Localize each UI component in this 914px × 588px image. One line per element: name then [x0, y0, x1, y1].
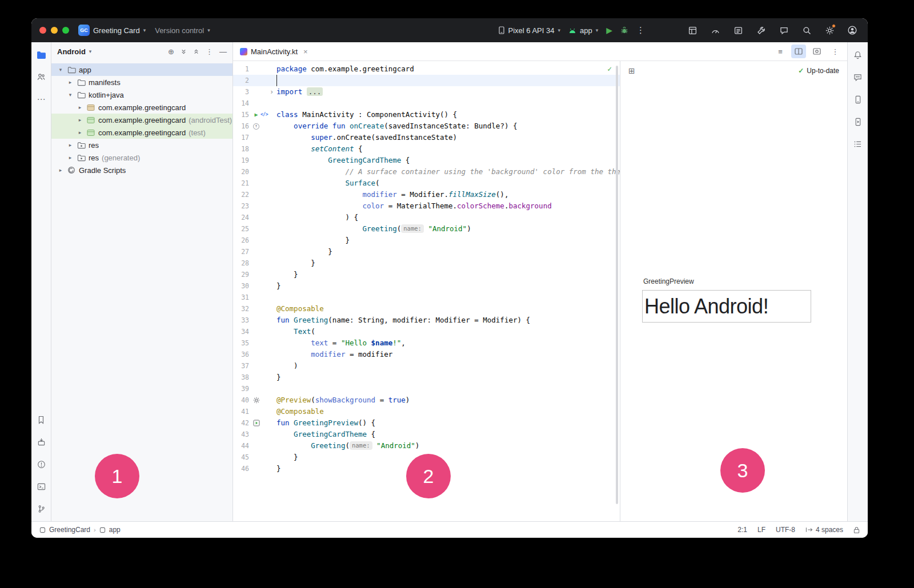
- minimize-window-button[interactable]: [51, 27, 58, 34]
- project-view-selector[interactable]: Android: [57, 47, 86, 56]
- project-widget[interactable]: GC Greeting Card ▾: [78, 25, 146, 36]
- hide-panel-icon[interactable]: —: [219, 47, 227, 56]
- chevron-down-icon[interactable]: ▾: [67, 92, 74, 98]
- code-line[interactable]: 25 Greeting(name: "Android"): [233, 223, 620, 235]
- line-number[interactable]: 44: [233, 440, 250, 452]
- code-mode-icon[interactable]: ≡: [773, 45, 788, 58]
- code-text[interactable]: ): [276, 360, 620, 372]
- code-line[interactable]: 14: [233, 98, 620, 109]
- split-mode-icon[interactable]: [791, 45, 806, 58]
- code-editor[interactable]: 1package com.example.greetingcard23›impo…: [233, 61, 620, 521]
- code-line[interactable]: 24 ) {: [233, 212, 620, 223]
- override-icon[interactable]: ↑: [252, 120, 260, 132]
- line-number[interactable]: 43: [233, 429, 250, 440]
- code-line[interactable]: 30}: [233, 280, 620, 292]
- line-number[interactable]: 2: [233, 75, 250, 86]
- line-number[interactable]: 26: [233, 235, 250, 246]
- code-text[interactable]: package com.example.greetingcard: [276, 63, 620, 75]
- breadcrumb-module[interactable]: app: [109, 526, 121, 534]
- runpreview-icon[interactable]: [252, 417, 260, 429]
- tree-item-package-test[interactable]: ▸com.example.greetingcard(test): [51, 126, 232, 139]
- code-text[interactable]: import ...: [276, 86, 620, 98]
- chevron-right-icon[interactable]: ▸: [77, 117, 83, 123]
- code-line[interactable]: 41@Composable: [233, 406, 620, 417]
- code-text[interactable]: @Composable: [276, 406, 620, 417]
- code-text[interactable]: GreetingCardTheme {: [276, 155, 620, 166]
- line-number[interactable]: 15: [233, 109, 250, 120]
- code-text[interactable]: }: [276, 452, 620, 463]
- tree-item-gradle-scripts[interactable]: ▸Gradle Scripts: [51, 164, 232, 176]
- line-number[interactable]: 16: [233, 120, 250, 132]
- code-line[interactable]: 28 }: [233, 257, 620, 269]
- tree-item-package-main[interactable]: ▸com.example.greetingcard: [51, 101, 232, 114]
- code-line[interactable]: 40@Preview(showBackground = true): [233, 394, 620, 406]
- code-text[interactable]: ) {: [276, 212, 620, 223]
- line-number[interactable]: 31: [233, 292, 250, 303]
- tree-item-res-generated[interactable]: ▸res(generated): [51, 151, 232, 164]
- code-line[interactable]: 20 // A surface container using the 'bac…: [233, 166, 620, 178]
- line-number[interactable]: 45: [233, 452, 250, 463]
- app-inspection-list-icon[interactable]: [851, 136, 865, 151]
- build-tools-icon[interactable]: [753, 23, 768, 38]
- code-text[interactable]: }: [276, 246, 620, 257]
- code-line[interactable]: 43 GreetingCardTheme {: [233, 429, 620, 440]
- code-line[interactable]: 15▶</>class MainActivity : ComponentActi…: [233, 109, 620, 120]
- line-number[interactable]: 32: [233, 303, 250, 315]
- chevron-right-icon[interactable]: ▸: [67, 142, 74, 148]
- code-line[interactable]: 22 modifier = Modifier.fillMaxSize(),: [233, 189, 620, 200]
- profiler-icon[interactable]: [708, 23, 723, 38]
- chevron-down-icon[interactable]: ▾: [57, 67, 64, 73]
- user-avatar[interactable]: [845, 23, 860, 38]
- tree-item-kotlin-java[interactable]: ▾kotlin+java: [51, 88, 232, 101]
- line-separator[interactable]: LF: [757, 526, 765, 534]
- device-manager-icon[interactable]: [851, 92, 865, 107]
- line-number[interactable]: 27: [233, 246, 250, 257]
- line-number[interactable]: 42: [233, 417, 250, 429]
- panel-options-kebab-icon[interactable]: ⋮: [206, 47, 213, 56]
- line-number[interactable]: 21: [233, 178, 250, 189]
- terminal-icon[interactable]: [34, 479, 49, 494]
- code-line[interactable]: 44 Greeting(name: "Android"): [233, 440, 620, 452]
- tree-item-res[interactable]: ▸res: [51, 139, 232, 151]
- fold-chevron-icon[interactable]: ›: [268, 86, 275, 98]
- code-text[interactable]: Greeting(name: "Android"): [276, 223, 620, 235]
- editor-scrollbar[interactable]: [616, 66, 618, 504]
- chevron-right-icon[interactable]: ▸: [57, 167, 64, 173]
- line-number[interactable]: 34: [233, 326, 250, 337]
- problems-icon[interactable]: [34, 457, 49, 472]
- locate-file-icon[interactable]: ⊕: [168, 47, 174, 56]
- layout-inspector-icon[interactable]: [685, 23, 700, 38]
- code-text[interactable]: [276, 383, 620, 394]
- code-text[interactable]: Greeting(name: "Android"): [276, 440, 620, 452]
- line-number[interactable]: 23: [233, 200, 250, 212]
- line-number[interactable]: 36: [233, 349, 250, 360]
- running-devices-icon[interactable]: [851, 114, 865, 129]
- line-number[interactable]: 41: [233, 406, 250, 417]
- code-line[interactable]: 31: [233, 292, 620, 303]
- code-line[interactable]: 18 setContent {: [233, 143, 620, 155]
- line-number[interactable]: 18: [233, 143, 250, 155]
- debug-button[interactable]: [620, 26, 628, 34]
- code-text[interactable]: [276, 98, 620, 109]
- version-control-widget[interactable]: Version control ▾: [155, 26, 210, 35]
- line-number[interactable]: 17: [233, 132, 250, 143]
- indent-setting[interactable]: 4 spaces: [805, 526, 843, 534]
- code-text[interactable]: modifier = modifier: [276, 349, 620, 360]
- code-text[interactable]: [276, 292, 620, 303]
- line-number[interactable]: 3: [233, 86, 250, 98]
- collapse-all-icon[interactable]: [193, 49, 199, 55]
- code-text[interactable]: text = "Hello $name!",: [276, 337, 620, 349]
- code-text[interactable]: @Preview(showBackground = true): [276, 394, 620, 406]
- line-number[interactable]: 40: [233, 394, 250, 406]
- project-folder-icon[interactable]: [34, 47, 49, 62]
- code-text[interactable]: }: [276, 280, 620, 292]
- expand-all-icon[interactable]: [181, 49, 187, 55]
- code-line[interactable]: 17 super.onCreate(savedInstanceState): [233, 132, 620, 143]
- tab-mainactivity[interactable]: MainActivity.kt ×: [233, 42, 315, 61]
- code-text[interactable]: color = MaterialTheme.colorScheme.backgr…: [276, 200, 620, 212]
- code-text[interactable]: }: [276, 257, 620, 269]
- line-number[interactable]: 20: [233, 166, 250, 178]
- code-line[interactable]: 34 Text(: [233, 326, 620, 337]
- line-number[interactable]: 24: [233, 212, 250, 223]
- file-encoding[interactable]: UTF-8: [776, 526, 795, 534]
